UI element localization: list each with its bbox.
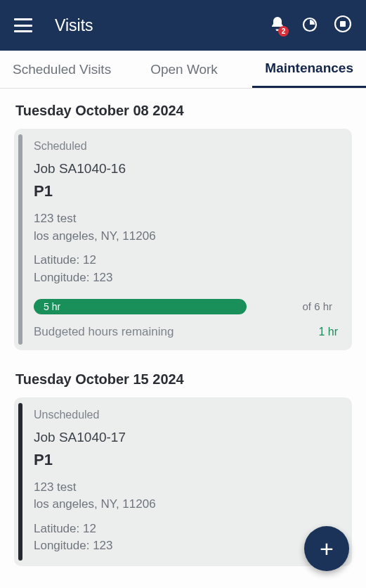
svg-rect-2: [340, 21, 346, 27]
budget-row: Budgeted hours remaining 1 hr: [34, 325, 338, 339]
tab-open-work[interactable]: Open Work: [138, 51, 230, 88]
card-accent: [18, 403, 22, 561]
notification-badge: 2: [278, 26, 289, 37]
app-header: Visits 2: [0, 0, 366, 51]
timer-icon[interactable]: [301, 15, 318, 35]
visit-card[interactable]: Unscheduled Job SA1040-17 P1 123 test lo…: [14, 397, 352, 567]
card-accent: [18, 134, 22, 345]
progress-fill: 5 hr: [34, 299, 247, 314]
notifications-icon[interactable]: 2: [269, 15, 286, 35]
job-number: Job SA1040-16: [34, 161, 338, 177]
progress-bar: 5 hr of 6 hr: [34, 298, 338, 315]
coordinates: Latitude: 12 Longitude: 123: [34, 252, 338, 286]
tab-scheduled-visits[interactable]: Scheduled Visits: [0, 51, 124, 88]
visit-status: Scheduled: [34, 140, 338, 153]
address: 123 test los angeles, NY, 11206: [34, 210, 338, 245]
date-header: Tuesday October 15 2024: [0, 357, 366, 397]
budget-label: Budgeted hours remaining: [34, 325, 174, 339]
plus-icon: +: [320, 535, 334, 563]
address-line-2: los angeles, NY, 11206: [34, 496, 338, 513]
priority-label: P1: [34, 451, 338, 469]
progress-total: of 6 hr: [289, 300, 338, 312]
stop-icon[interactable]: [334, 15, 352, 36]
menu-icon[interactable]: [14, 18, 32, 32]
page-title: Visits: [55, 16, 269, 35]
tab-maintenances[interactable]: Maintenances: [252, 51, 366, 88]
address-line-2: los angeles, NY, 11206: [34, 228, 338, 245]
coordinates: Latitude: 12 Longitude: 123: [34, 520, 338, 555]
latitude: Latitude: 12: [34, 520, 338, 538]
header-actions: 2: [269, 15, 352, 36]
date-header: Tuesday October 08 2024: [0, 89, 366, 129]
address-line-1: 123 test: [34, 210, 338, 228]
address-line-1: 123 test: [34, 479, 338, 497]
longitude: Longitude: 123: [34, 269, 338, 287]
add-button[interactable]: +: [304, 526, 349, 571]
job-number: Job SA1040-17: [34, 430, 338, 445]
priority-label: P1: [34, 182, 338, 200]
visit-status: Unscheduled: [34, 409, 338, 421]
date-header: Tuesday October 22 2024: [0, 573, 366, 588]
latitude: Latitude: 12: [34, 252, 338, 269]
address: 123 test los angeles, NY, 11206: [34, 479, 338, 513]
content-scroll[interactable]: Tuesday October 08 2024 Scheduled Job SA…: [0, 89, 366, 588]
budget-value: 1 hr: [318, 326, 338, 338]
longitude: Longitude: 123: [34, 537, 338, 555]
visit-card[interactable]: Scheduled Job SA1040-16 P1 123 test los …: [14, 129, 352, 350]
tab-bar: Scheduled Visits Open Work Maintenances: [0, 51, 366, 89]
